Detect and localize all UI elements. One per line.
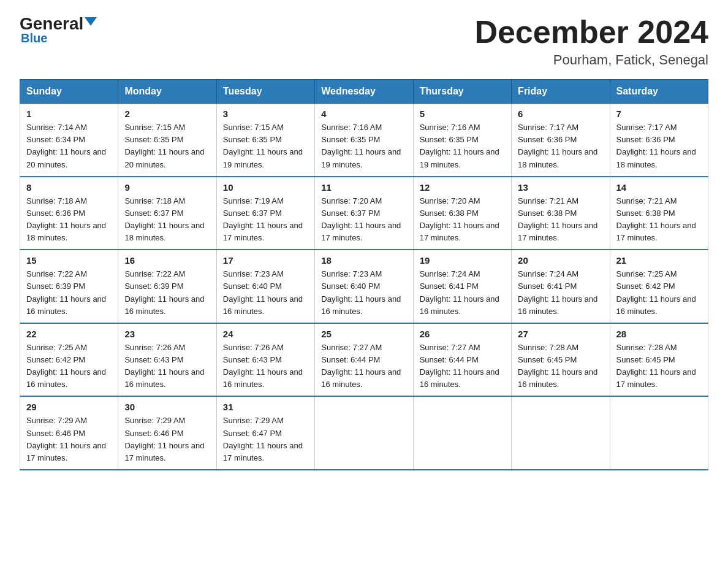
day-number: 4	[321, 109, 406, 119]
day-number: 31	[223, 402, 308, 412]
day-info: Sunrise: 7:21 AMSunset: 6:38 PMDaylight:…	[616, 195, 702, 245]
day-number: 20	[518, 255, 603, 266]
page-header: General Blue December 2024 Pourham, Fati…	[20, 15, 708, 68]
day-info: Sunrise: 7:17 AMSunset: 6:36 PMDaylight:…	[518, 121, 603, 171]
day-number: 26	[420, 329, 505, 339]
day-number: 23	[124, 329, 210, 339]
day-cell-14: 14Sunrise: 7:21 AMSunset: 6:38 PMDayligh…	[610, 177, 708, 250]
day-number: 22	[26, 329, 112, 339]
day-info: Sunrise: 7:29 AMSunset: 6:47 PMDaylight:…	[223, 415, 308, 464]
day-info: Sunrise: 7:17 AMSunset: 6:36 PMDaylight:…	[616, 121, 702, 171]
day-info: Sunrise: 7:19 AMSunset: 6:37 PMDaylight:…	[223, 195, 308, 245]
empty-cell	[413, 396, 511, 470]
day-info: Sunrise: 7:28 AMSunset: 6:45 PMDaylight:…	[518, 342, 603, 391]
day-cell-9: 9Sunrise: 7:18 AMSunset: 6:37 PMDaylight…	[118, 177, 216, 250]
day-cell-25: 25Sunrise: 7:27 AMSunset: 6:44 PMDayligh…	[315, 323, 413, 397]
day-number: 13	[518, 182, 603, 193]
day-cell-7: 7Sunrise: 7:17 AMSunset: 6:36 PMDaylight…	[610, 104, 708, 177]
header-thursday: Thursday	[413, 80, 511, 104]
day-cell-21: 21Sunrise: 7:25 AMSunset: 6:42 PMDayligh…	[610, 250, 708, 323]
day-number: 11	[321, 182, 406, 193]
day-info: Sunrise: 7:25 AMSunset: 6:42 PMDaylight:…	[616, 268, 702, 318]
day-number: 18	[321, 255, 406, 266]
day-info: Sunrise: 7:24 AMSunset: 6:41 PMDaylight:…	[518, 268, 603, 318]
day-cell-29: 29Sunrise: 7:29 AMSunset: 6:46 PMDayligh…	[20, 396, 118, 470]
day-info: Sunrise: 7:16 AMSunset: 6:35 PMDaylight:…	[321, 121, 406, 171]
day-cell-6: 6Sunrise: 7:17 AMSunset: 6:36 PMDaylight…	[512, 104, 610, 177]
header-tuesday: Tuesday	[216, 80, 314, 104]
day-cell-11: 11Sunrise: 7:20 AMSunset: 6:37 PMDayligh…	[315, 177, 413, 250]
day-number: 21	[616, 255, 702, 266]
header-saturday: Saturday	[610, 80, 708, 104]
day-info: Sunrise: 7:18 AMSunset: 6:37 PMDaylight:…	[124, 195, 210, 245]
day-number: 7	[616, 109, 702, 119]
day-number: 29	[26, 402, 112, 412]
day-cell-23: 23Sunrise: 7:26 AMSunset: 6:43 PMDayligh…	[118, 323, 216, 397]
day-cell-27: 27Sunrise: 7:28 AMSunset: 6:45 PMDayligh…	[512, 323, 610, 397]
day-info: Sunrise: 7:23 AMSunset: 6:40 PMDaylight:…	[223, 268, 308, 318]
day-number: 19	[420, 255, 505, 266]
week-row-2: 8Sunrise: 7:18 AMSunset: 6:36 PMDaylight…	[20, 177, 708, 250]
day-info: Sunrise: 7:14 AMSunset: 6:34 PMDaylight:…	[26, 121, 112, 171]
day-cell-26: 26Sunrise: 7:27 AMSunset: 6:44 PMDayligh…	[413, 323, 511, 397]
day-cell-17: 17Sunrise: 7:23 AMSunset: 6:40 PMDayligh…	[216, 250, 314, 323]
day-info: Sunrise: 7:29 AMSunset: 6:46 PMDaylight:…	[26, 415, 112, 464]
day-info: Sunrise: 7:25 AMSunset: 6:42 PMDaylight:…	[26, 342, 112, 391]
day-cell-19: 19Sunrise: 7:24 AMSunset: 6:41 PMDayligh…	[413, 250, 511, 323]
day-info: Sunrise: 7:26 AMSunset: 6:43 PMDaylight:…	[223, 342, 308, 391]
day-info: Sunrise: 7:27 AMSunset: 6:44 PMDaylight:…	[420, 342, 505, 391]
day-cell-22: 22Sunrise: 7:25 AMSunset: 6:42 PMDayligh…	[20, 323, 118, 397]
day-info: Sunrise: 7:18 AMSunset: 6:36 PMDaylight:…	[26, 195, 112, 245]
day-info: Sunrise: 7:21 AMSunset: 6:38 PMDaylight:…	[518, 195, 603, 245]
day-info: Sunrise: 7:15 AMSunset: 6:35 PMDaylight:…	[124, 121, 210, 171]
day-cell-30: 30Sunrise: 7:29 AMSunset: 6:46 PMDayligh…	[118, 396, 216, 470]
day-cell-15: 15Sunrise: 7:22 AMSunset: 6:39 PMDayligh…	[20, 250, 118, 323]
day-number: 27	[518, 329, 603, 339]
week-row-4: 22Sunrise: 7:25 AMSunset: 6:42 PMDayligh…	[20, 323, 708, 397]
day-cell-18: 18Sunrise: 7:23 AMSunset: 6:40 PMDayligh…	[315, 250, 413, 323]
day-number: 25	[321, 329, 406, 339]
day-info: Sunrise: 7:20 AMSunset: 6:37 PMDaylight:…	[321, 195, 406, 245]
day-info: Sunrise: 7:16 AMSunset: 6:35 PMDaylight:…	[420, 121, 505, 171]
day-info: Sunrise: 7:15 AMSunset: 6:35 PMDaylight:…	[223, 121, 308, 171]
day-number: 17	[223, 255, 308, 266]
page-title: December 2024	[474, 15, 708, 50]
day-number: 2	[124, 109, 210, 119]
day-cell-31: 31Sunrise: 7:29 AMSunset: 6:47 PMDayligh…	[216, 396, 314, 470]
day-number: 24	[223, 329, 308, 339]
header-sunday: Sunday	[20, 80, 118, 104]
day-cell-24: 24Sunrise: 7:26 AMSunset: 6:43 PMDayligh…	[216, 323, 314, 397]
logo-triangle-icon	[85, 17, 97, 26]
day-cell-4: 4Sunrise: 7:16 AMSunset: 6:35 PMDaylight…	[315, 104, 413, 177]
day-cell-8: 8Sunrise: 7:18 AMSunset: 6:36 PMDaylight…	[20, 177, 118, 250]
day-number: 16	[124, 255, 210, 266]
week-row-3: 15Sunrise: 7:22 AMSunset: 6:39 PMDayligh…	[20, 250, 708, 323]
day-number: 1	[26, 109, 112, 119]
day-number: 5	[420, 109, 505, 119]
header-friday: Friday	[512, 80, 610, 104]
header-wednesday: Wednesday	[315, 80, 413, 104]
day-cell-3: 3Sunrise: 7:15 AMSunset: 6:35 PMDaylight…	[216, 104, 314, 177]
day-number: 30	[124, 402, 210, 412]
title-area: December 2024 Pourham, Fatick, Senegal	[474, 15, 708, 68]
day-number: 9	[124, 182, 210, 193]
day-cell-10: 10Sunrise: 7:19 AMSunset: 6:37 PMDayligh…	[216, 177, 314, 250]
day-number: 8	[26, 182, 112, 193]
day-info: Sunrise: 7:20 AMSunset: 6:38 PMDaylight:…	[420, 195, 505, 245]
day-cell-5: 5Sunrise: 7:16 AMSunset: 6:35 PMDaylight…	[413, 104, 511, 177]
day-number: 14	[616, 182, 702, 193]
day-cell-28: 28Sunrise: 7:28 AMSunset: 6:45 PMDayligh…	[610, 323, 708, 397]
day-cell-20: 20Sunrise: 7:24 AMSunset: 6:41 PMDayligh…	[512, 250, 610, 323]
day-cell-13: 13Sunrise: 7:21 AMSunset: 6:38 PMDayligh…	[512, 177, 610, 250]
header-monday: Monday	[118, 80, 216, 104]
page-subtitle: Pourham, Fatick, Senegal	[474, 52, 708, 68]
day-info: Sunrise: 7:26 AMSunset: 6:43 PMDaylight:…	[124, 342, 210, 391]
empty-cell	[512, 396, 610, 470]
day-cell-1: 1Sunrise: 7:14 AMSunset: 6:34 PMDaylight…	[20, 104, 118, 177]
day-number: 28	[616, 329, 702, 339]
empty-cell	[315, 396, 413, 470]
week-row-5: 29Sunrise: 7:29 AMSunset: 6:46 PMDayligh…	[20, 396, 708, 470]
day-number: 3	[223, 109, 308, 119]
logo-blue: Blue	[20, 31, 47, 45]
day-info: Sunrise: 7:22 AMSunset: 6:39 PMDaylight:…	[26, 268, 112, 318]
